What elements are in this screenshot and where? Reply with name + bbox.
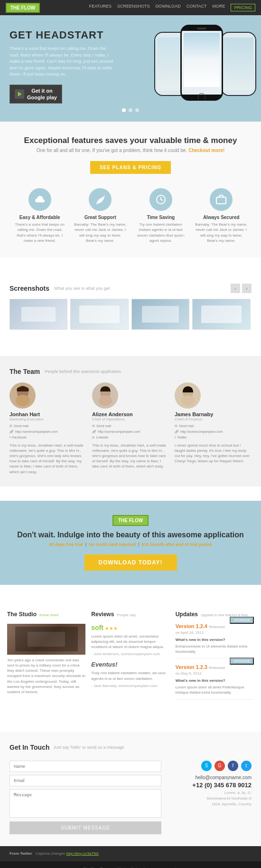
next-arrow[interactable]: › [242, 284, 252, 293]
member-3-links: ✉ Send mail 🔗 http://somecompanyiam.com … [175, 423, 252, 440]
member-avatar-illustration-2 [96, 384, 115, 408]
spacer-1 [0, 258, 261, 272]
member-2-links: ✉ Send mail 🔗 http://somecompanyiam.com … [92, 423, 169, 440]
svg-point-9 [181, 395, 195, 406]
member-3-email[interactable]: ✉ Send mail [175, 423, 252, 429]
member-2-email[interactable]: ✉ Send mail [92, 423, 169, 429]
google-play-button[interactable]: Get it on Google play [9, 85, 62, 104]
clock-icon-circle [149, 188, 172, 211]
phone-group [133, 20, 261, 108]
team-title: The Team [9, 368, 40, 375]
cloud-icon [34, 194, 46, 205]
member-1-role: Marketing Executive [9, 417, 86, 421]
contact-form: SUBMIT MESSAGE [9, 761, 161, 834]
feature-time: Time Saving Try non habent claritatem in… [134, 188, 187, 243]
twitter-section: From Twitter Captcha changes http://tiny… [0, 846, 261, 861]
updates-title: Updates [176, 611, 198, 618]
hero-dot-3[interactable] [135, 108, 139, 112]
plans-pricing-button[interactable]: SEE PLANS & PRICING [90, 161, 171, 174]
facebook-icon[interactable]: f [228, 761, 238, 771]
contact-subtitle: Just say 'hello' or send us a message [54, 745, 124, 750]
checkout-link[interactable]: Checkout more! [188, 148, 224, 153]
contact-message-input[interactable] [9, 789, 161, 818]
member-3-name: James Barnaby [175, 411, 252, 417]
prev-arrow[interactable]: ‹ [231, 284, 240, 293]
studio-subtitle[interactable]: Know more [39, 613, 58, 617]
nav-contact[interactable]: CONTACT [186, 4, 207, 11]
studio-column: The Studio Know more Ten years ago a cra… [7, 611, 85, 706]
leaf-icon-circle [89, 188, 112, 211]
feature-time-desc: Try non habent claritatem insitam agents… [134, 222, 187, 243]
review-1-author: - John Anderson, somecompanyiam.com [91, 652, 169, 656]
update-2-button[interactable]: UPGRADE [230, 658, 254, 665]
review-2-text: Truly non habent claritatem insitam, ad … [91, 670, 169, 681]
features-title: Exceptional features saves your valuable… [9, 136, 252, 145]
contact-email-input[interactable] [9, 775, 161, 786]
briefcase-icon [215, 194, 227, 205]
skype-icon[interactable]: S [201, 761, 212, 771]
spacer-4 [0, 585, 261, 599]
reviews-title: Reviews [91, 611, 114, 618]
review-1: soft ★★★ Lorem ipsum dolor sit amet, con… [91, 624, 169, 657]
phone-right [221, 32, 256, 96]
hero-dot-1[interactable] [122, 108, 126, 112]
update-1: Version 1.2.4 Released on April 26, 2012… [176, 623, 254, 658]
submit-button[interactable]: SUBMIT MESSAGE [9, 821, 161, 834]
twitter-link[interactable]: http://tiny.cc/3a7Mz [66, 851, 99, 856]
member-1-facebook[interactable]: f Facebook [9, 435, 86, 440]
update-1-button[interactable]: UPGRADE [230, 617, 254, 624]
google-icon[interactable]: G [214, 761, 225, 771]
feature-time-title: Time Saving [134, 215, 187, 220]
feature-icons: Easy & Affordable There's a voice that k… [9, 188, 252, 243]
twitter-label: From Twitter [9, 851, 32, 856]
svg-point-7 [99, 395, 112, 406]
twitter-text: From Twitter Captcha changes http://tiny… [9, 851, 252, 857]
member-3-website[interactable]: 🔗 http://somecompanyiam.com [175, 429, 252, 435]
screenshot-1[interactable] [9, 299, 67, 330]
studio-description: Ten years ago a crack commando unit was … [7, 658, 85, 695]
updates-subtitle: Upgrade to new features & fixes [201, 613, 248, 617]
member-1-website[interactable]: 🔗 http://somecompanyiam.com [9, 429, 86, 435]
member-3-twitter[interactable]: t Twitter [175, 435, 252, 440]
member-2-linkedin[interactable]: in Linkedin [92, 435, 169, 440]
member-2-website[interactable]: 🔗 http://somecompanyiam.com [92, 429, 169, 435]
contact-row: SUBMIT MESSAGE S G f t hello@companyname… [9, 761, 252, 834]
nav-more[interactable]: MORE [212, 4, 225, 11]
briefcase-icon-circle [210, 188, 233, 211]
cta-logo: THE FLOW [112, 515, 149, 526]
feature-easy: Easy & Affordable There's a voice that k… [13, 188, 66, 243]
nav-download[interactable]: DOWNLOAD [156, 4, 181, 11]
bottom-grid: The Studio Know more Ten years ago a cra… [0, 599, 261, 717]
screenshot-4[interactable] [192, 299, 250, 330]
screenshot-2[interactable] [70, 299, 128, 330]
contact-email-display: hello@companyname.com [171, 775, 252, 780]
nav-screenshots[interactable]: SCREENSHOTS [117, 4, 150, 11]
update-2-desc: Lorem ipsum dolor sit amet Pellentesque … [176, 685, 254, 695]
screenshot-3[interactable] [131, 299, 189, 330]
member-3-role: Chief of Finance [175, 417, 252, 421]
download-button[interactable]: DOWNLOAD TODAY! [84, 554, 177, 571]
team-header: The Team People behind this awesome appl… [9, 368, 252, 375]
review-2-author: - Jack Barnaby, somecompanyiam.com [91, 684, 169, 688]
member-1-email[interactable]: ✉ Send mail [9, 423, 86, 429]
avatar-1 [9, 382, 36, 409]
nav-logo[interactable]: THE FLOW [6, 3, 40, 13]
contact-name-input[interactable] [9, 761, 161, 772]
spacer-2 [0, 342, 261, 356]
hero-dot-2[interactable] [129, 108, 132, 112]
reviews-column: Reviews People say soft ★★★ Lorem ipsum … [91, 611, 169, 706]
update-1-whats-new: What's new in this version? [176, 638, 254, 642]
features-subtitle: One for all and all for one. If you've g… [9, 148, 252, 153]
member-2-role: Chief of Operations [92, 417, 169, 421]
twitter-icon[interactable]: t [241, 761, 252, 771]
phone-center [180, 25, 223, 101]
team-member-1: Jonhan Hart Marketing Executive ✉ Send m… [9, 382, 86, 475]
member-2-desc: This is my boss, Jonathan Hart, a self-m… [92, 443, 169, 469]
review-2: Eventus! Truly non habent claritatem ins… [91, 661, 169, 687]
member-avatar-illustration-1 [13, 384, 32, 408]
contact-phone: +12 (0) 345 678 9012 [171, 782, 252, 789]
nav-pricing[interactable]: PRICING [231, 4, 255, 11]
play-icon [15, 89, 24, 99]
svg-rect-3 [216, 197, 226, 204]
nav-features[interactable]: FEATURES [89, 4, 112, 11]
